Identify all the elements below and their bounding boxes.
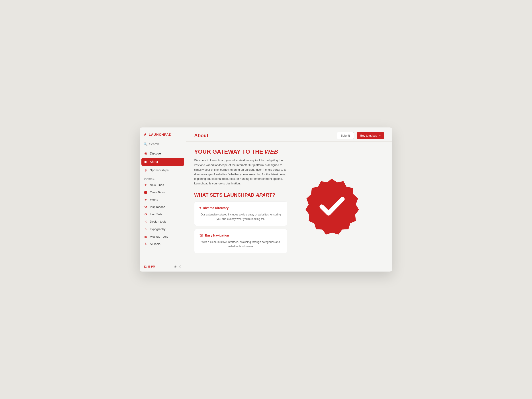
what-sets-em: APART? bbox=[256, 192, 275, 198]
sidebar-item-figma[interactable]: ◈ Figma bbox=[141, 196, 184, 203]
inspirations-icon: ✿ bbox=[144, 205, 148, 209]
feature-card-diverse-directory-title: ♥ Diverse Directory bbox=[199, 206, 282, 210]
source-item-ai-tools-label: AI Tools bbox=[150, 242, 160, 246]
page-title: About bbox=[194, 133, 208, 139]
diverse-directory-icon: ♥ bbox=[199, 206, 201, 210]
discover-icon: ◉ bbox=[144, 151, 148, 155]
diverse-directory-text: Our extensive catalog includes a wide ar… bbox=[199, 212, 282, 221]
search-label: Search bbox=[149, 142, 159, 146]
sidebar-item-design-tools[interactable]: ◁ Design tools bbox=[141, 218, 184, 225]
header-actions: Submit Buy template ↗ bbox=[337, 132, 384, 139]
sidebar-item-typography[interactable]: Ａ Typography bbox=[141, 225, 184, 233]
what-sets-text: WHAT SETS LAUNCHPAD bbox=[194, 192, 256, 198]
time-display: 12:35 PM bbox=[144, 265, 155, 268]
main-content: YOUR GATEWAY TO THE WEB Welcome to Launc… bbox=[186, 142, 392, 272]
sidebar-item-about-label: About bbox=[150, 160, 158, 164]
what-sets-heading: WHAT SETS LAUNCHPAD APART? bbox=[194, 192, 287, 198]
source-item-color-tools-label: Color Tools bbox=[150, 191, 165, 194]
sidebar-item-sponsorships[interactable]: $ Sponsorships bbox=[141, 166, 184, 174]
sponsorships-icon: $ bbox=[144, 168, 148, 172]
nav-section: ◉ Discover ▣ About $ Sponsorships bbox=[140, 149, 186, 174]
hero-heading-em: WEB bbox=[265, 148, 278, 155]
source-item-icon-sets-label: Icon Sets bbox=[150, 213, 162, 216]
hero-heading-text: YOUR GATEWAY TO THE bbox=[194, 148, 265, 155]
design-tools-icon: ◁ bbox=[144, 220, 148, 223]
sidebar: ★ LAUNCHPAD 🔍 Search ◉ Discover ▣ About … bbox=[140, 127, 186, 272]
light-mode-icon[interactable] bbox=[174, 265, 177, 268]
buy-template-label: Buy template bbox=[360, 134, 377, 137]
sidebar-item-discover[interactable]: ◉ Discover bbox=[141, 149, 184, 157]
new-finds-icon: ★ bbox=[144, 183, 148, 187]
figma-icon: ◈ bbox=[144, 198, 148, 201]
sidebar-item-ai-tools[interactable]: ✳ AI Tools bbox=[141, 240, 184, 247]
main-area: About Submit Buy template ↗ YOUR GATEWAY… bbox=[186, 127, 392, 272]
verification-badge bbox=[301, 176, 363, 238]
hero-paragraph: Welcome to Launchpad, your ultimate dire… bbox=[194, 158, 287, 186]
mockup-tools-icon: ⊞ bbox=[144, 235, 148, 238]
main-header: About Submit Buy template ↗ bbox=[186, 127, 392, 142]
ai-tools-icon: ✳ bbox=[144, 242, 148, 246]
sidebar-item-sponsorships-label: Sponsorships bbox=[150, 168, 169, 172]
sidebar-footer: 12:35 PM bbox=[140, 262, 186, 272]
app-logo: ★ LAUNCHPAD bbox=[140, 127, 186, 140]
source-item-mockup-tools-label: Mockup Tools bbox=[150, 235, 168, 238]
sidebar-item-icon-sets[interactable]: ⚙ Icon Sets bbox=[141, 211, 184, 218]
source-section: ★ New Finds ⬤ Color Tools ◈ Figma ✿ Insp… bbox=[140, 181, 186, 248]
feature-card-easy-navigation: ☏ Easy Navigation With a clear, intuitiv… bbox=[194, 229, 287, 253]
search-button[interactable]: 🔍 Search bbox=[140, 140, 186, 149]
icon-sets-icon: ⚙ bbox=[144, 212, 148, 216]
sidebar-item-about[interactable]: ▣ About bbox=[141, 158, 184, 166]
hero-heading: YOUR GATEWAY TO THE WEB bbox=[194, 148, 287, 155]
content-right bbox=[296, 148, 367, 265]
source-item-new-finds-label: New Finds bbox=[150, 183, 164, 187]
color-tools-icon: ⬤ bbox=[144, 190, 148, 194]
sidebar-item-mockup-tools[interactable]: ⊞ Mockup Tools bbox=[141, 233, 184, 240]
app-window: ★ LAUNCHPAD 🔍 Search ◉ Discover ▣ About … bbox=[140, 127, 392, 272]
source-item-inspirations-label: Inspirations bbox=[150, 205, 165, 209]
content-left: YOUR GATEWAY TO THE WEB Welcome to Launc… bbox=[194, 148, 287, 265]
sidebar-item-color-tools[interactable]: ⬤ Color Tools bbox=[141, 189, 184, 196]
buy-template-button[interactable]: Buy template ↗ bbox=[357, 132, 384, 139]
sidebar-item-inspirations[interactable]: ✿ Inspirations bbox=[141, 203, 184, 210]
search-icon: 🔍 bbox=[144, 142, 147, 146]
logo-icon: ★ bbox=[144, 132, 147, 137]
submit-button[interactable]: Submit bbox=[337, 132, 354, 139]
easy-navigation-label: Easy Navigation bbox=[205, 234, 229, 237]
diverse-directory-label: Diverse Directory bbox=[203, 206, 228, 210]
feature-card-easy-navigation-title: ☏ Easy Navigation bbox=[199, 234, 282, 237]
theme-toggles bbox=[174, 265, 182, 268]
dark-mode-icon[interactable] bbox=[179, 265, 182, 268]
buy-template-icon: ↗ bbox=[378, 134, 381, 137]
source-item-figma-label: Figma bbox=[150, 198, 158, 201]
easy-navigation-icon: ☏ bbox=[199, 234, 203, 237]
easy-navigation-text: With a clear, intuitive interface, brows… bbox=[199, 240, 282, 249]
logo-text: LAUNCHPAD bbox=[149, 133, 171, 136]
feature-card-diverse-directory: ♥ Diverse Directory Our extensive catalo… bbox=[194, 202, 287, 226]
about-icon: ▣ bbox=[144, 160, 148, 164]
typography-icon: Ａ bbox=[144, 227, 148, 231]
source-item-typography-label: Typography bbox=[150, 228, 165, 231]
source-section-label: SOURCE bbox=[140, 174, 186, 181]
source-item-design-tools-label: Design tools bbox=[150, 220, 166, 223]
badge-svg bbox=[301, 176, 363, 238]
sidebar-item-new-finds[interactable]: ★ New Finds bbox=[141, 181, 184, 188]
sidebar-item-discover-label: Discover bbox=[150, 152, 162, 155]
